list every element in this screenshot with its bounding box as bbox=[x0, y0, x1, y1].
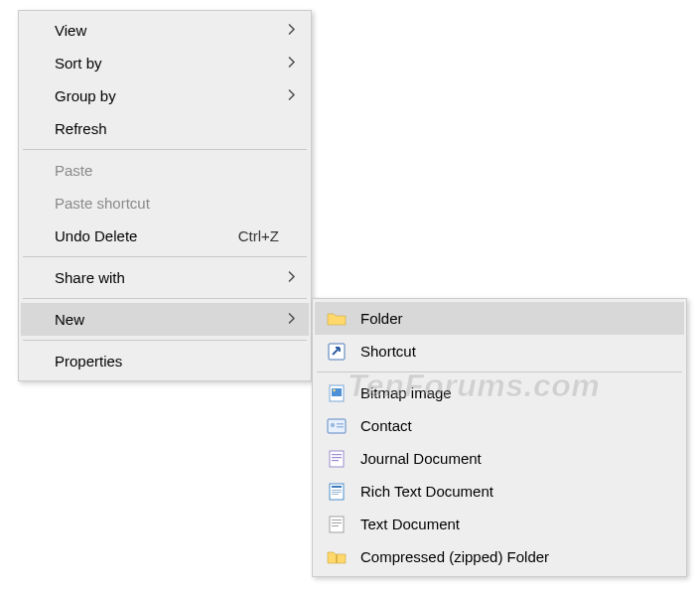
menu-item-label: Shortcut bbox=[360, 343, 666, 360]
menu-item-label: Contact bbox=[360, 417, 666, 434]
menu-item-label: Refresh bbox=[55, 120, 279, 137]
svg-rect-9 bbox=[332, 454, 342, 455]
menu-item-label: Text Document bbox=[360, 516, 666, 532]
menu-item-zip[interactable]: Compressed (zipped) Folder bbox=[315, 540, 684, 573]
menu-separator bbox=[23, 256, 307, 257]
menu-item-label: Journal Document bbox=[360, 450, 666, 467]
menu-item-label: Compressed (zipped) Folder bbox=[360, 548, 666, 565]
menu-item-label: View bbox=[55, 22, 279, 39]
menu-item-shortcut[interactable]: Shortcut bbox=[315, 335, 684, 368]
svg-rect-20 bbox=[332, 525, 339, 526]
chevron-right-icon bbox=[287, 269, 297, 286]
folder-icon bbox=[327, 309, 347, 329]
journal-icon bbox=[327, 449, 347, 469]
svg-rect-2 bbox=[332, 388, 342, 396]
menu-item-label: Folder bbox=[360, 310, 666, 327]
text-icon bbox=[327, 515, 347, 534]
menu-item-refresh[interactable]: Refresh bbox=[21, 112, 309, 145]
menu-separator bbox=[23, 298, 307, 299]
svg-rect-14 bbox=[332, 490, 342, 491]
menu-item-sort-by[interactable]: Sort by bbox=[21, 47, 309, 79]
svg-rect-15 bbox=[332, 492, 342, 493]
menu-item-journal[interactable]: Journal Document bbox=[315, 442, 684, 475]
menu-item-view[interactable]: View bbox=[21, 14, 309, 47]
svg-rect-19 bbox=[332, 522, 342, 523]
chevron-right-icon bbox=[287, 311, 297, 328]
menu-item-shortcut: Ctrl+Z bbox=[238, 227, 279, 244]
svg-rect-18 bbox=[332, 519, 342, 520]
svg-rect-8 bbox=[330, 451, 344, 467]
svg-rect-7 bbox=[337, 426, 344, 428]
zip-icon bbox=[327, 547, 347, 567]
menu-separator bbox=[23, 340, 307, 341]
svg-rect-16 bbox=[332, 494, 339, 495]
chevron-right-icon bbox=[287, 22, 297, 39]
desktop-context-menu: View Sort by Group by Refresh Paste Past… bbox=[18, 10, 312, 381]
svg-rect-10 bbox=[332, 457, 342, 458]
rtf-icon bbox=[327, 482, 347, 502]
menu-item-label: Share with bbox=[55, 269, 279, 286]
menu-item-bitmap[interactable]: Bitmap image bbox=[315, 376, 684, 409]
menu-item-paste: Paste bbox=[21, 154, 309, 187]
chevron-right-icon bbox=[287, 55, 297, 72]
new-submenu: Folder Shortcut Bitmap image Contact Jou… bbox=[312, 298, 687, 577]
svg-rect-13 bbox=[332, 486, 342, 488]
menu-item-contact[interactable]: Contact bbox=[315, 409, 684, 442]
menu-item-label: Paste bbox=[55, 162, 279, 179]
bitmap-icon bbox=[327, 383, 347, 403]
menu-item-share-with[interactable]: Share with bbox=[21, 261, 309, 294]
menu-item-properties[interactable]: Properties bbox=[21, 345, 309, 377]
shortcut-icon bbox=[327, 342, 347, 362]
svg-point-3 bbox=[333, 388, 335, 390]
svg-rect-17 bbox=[330, 517, 344, 532]
menu-item-label: Properties bbox=[55, 353, 279, 370]
contact-icon bbox=[327, 416, 347, 436]
menu-item-label: Group by bbox=[55, 87, 279, 104]
menu-item-paste-shortcut: Paste shortcut bbox=[21, 187, 309, 220]
menu-item-label: Rich Text Document bbox=[360, 483, 666, 500]
menu-item-label: New bbox=[55, 311, 279, 328]
menu-item-label: Bitmap image bbox=[360, 384, 666, 401]
menu-item-text[interactable]: Text Document bbox=[315, 508, 684, 540]
menu-item-label: Paste shortcut bbox=[55, 195, 279, 212]
svg-rect-6 bbox=[337, 423, 344, 425]
menu-separator bbox=[317, 371, 682, 372]
menu-separator bbox=[23, 149, 307, 150]
menu-item-group-by[interactable]: Group by bbox=[21, 79, 309, 112]
menu-item-rtf[interactable]: Rich Text Document bbox=[315, 475, 684, 508]
menu-item-new[interactable]: New bbox=[21, 303, 309, 336]
svg-rect-21 bbox=[336, 554, 338, 563]
chevron-right-icon bbox=[287, 87, 297, 104]
menu-item-label: Undo Delete bbox=[55, 227, 226, 244]
svg-point-5 bbox=[331, 422, 335, 426]
menu-item-folder[interactable]: Folder bbox=[315, 302, 684, 335]
svg-rect-11 bbox=[332, 460, 339, 461]
menu-item-label: Sort by bbox=[55, 55, 279, 72]
menu-item-undo-delete[interactable]: Undo Delete Ctrl+Z bbox=[21, 220, 309, 252]
